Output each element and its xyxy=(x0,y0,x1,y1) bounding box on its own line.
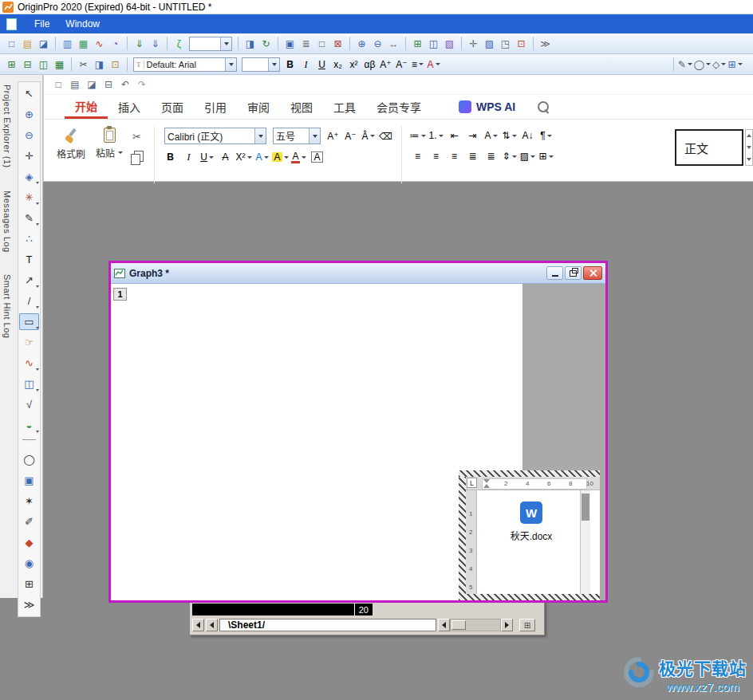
rescale-icon[interactable]: ↔ xyxy=(386,36,401,51)
combo-arrow-icon[interactable] xyxy=(220,37,231,50)
insert-equation-icon[interactable]: √ xyxy=(19,396,39,413)
new-matrix-icon[interactable]: ▦ xyxy=(76,36,91,51)
clear-format-icon[interactable]: ⌫ xyxy=(377,128,394,144)
note-tool-icon[interactable]: ▣ xyxy=(19,472,39,489)
wps-new-icon[interactable]: □ xyxy=(51,77,65,92)
duplicate-window-icon[interactable]: ◨ xyxy=(242,36,258,51)
grid-view-button[interactable]: ⊞ xyxy=(519,619,535,631)
font-color-icon[interactable]: A xyxy=(426,57,441,72)
align-icon[interactable]: ≡ xyxy=(410,57,425,72)
close-button[interactable] xyxy=(583,266,602,280)
insert-graph-icon[interactable]: ∿ xyxy=(19,355,39,372)
code-builder-icon[interactable]: ⊠ xyxy=(330,36,345,51)
underline-icon[interactable]: U xyxy=(314,57,329,72)
strikethrough-icon[interactable]: A xyxy=(217,149,234,165)
wps-save-icon[interactable]: ◪ xyxy=(85,77,99,92)
pan-tool-icon[interactable]: ✛ xyxy=(19,147,39,164)
region-of-interest-icon[interactable]: ⊡ xyxy=(514,36,529,51)
menu-file[interactable]: File xyxy=(34,18,49,29)
theme-icon[interactable]: ⊞ xyxy=(727,57,743,72)
page-number-tab[interactable]: 1 xyxy=(113,288,127,301)
stamp-tool-icon[interactable]: ◉ xyxy=(19,555,39,572)
search-icon[interactable] xyxy=(538,101,549,112)
new-project-icon[interactable]: □ xyxy=(4,36,19,51)
selected-cells[interactable]: 20 xyxy=(192,604,373,615)
dock-tab-project-explorer-1[interactable]: Project Explorer (1) xyxy=(2,85,12,168)
reader-tool-icon[interactable]: ◈ xyxy=(19,168,39,185)
zoom-out-tool-icon[interactable]: ⊖ xyxy=(19,127,39,144)
dock-tab-messages-log[interactable]: Messages Log xyxy=(2,191,12,253)
insert-rows-icon[interactable]: ⊞ xyxy=(4,57,19,72)
import-wizard-icon[interactable]: ⇓ xyxy=(148,36,163,51)
extract-graph-icon[interactable]: ▧ xyxy=(442,36,457,51)
cut-icon[interactable]: ✂ xyxy=(76,57,91,72)
document-scrollbar[interactable] xyxy=(580,490,590,594)
properties-icon[interactable]: ▦ xyxy=(52,57,67,72)
refresh-icon[interactable]: ↻ xyxy=(258,36,274,51)
scroll-left-button[interactable] xyxy=(438,619,450,631)
merge-cells-icon[interactable]: ◫ xyxy=(36,57,51,72)
wps-font-size-combo[interactable]: 五号 xyxy=(273,128,321,144)
copy-icon[interactable] xyxy=(134,151,144,162)
align-left-icon[interactable]: ≡ xyxy=(409,148,426,164)
zoom-in-icon[interactable]: ⊕ xyxy=(354,36,369,51)
gallery-more-icon[interactable] xyxy=(747,158,751,161)
expand-toolbar-icon[interactable]: ≫ xyxy=(19,596,39,613)
text-tool-icon[interactable]: T xyxy=(19,251,39,268)
first-line-indent-marker[interactable] xyxy=(483,479,490,483)
scrollbar-thumb[interactable] xyxy=(582,494,589,521)
hand-tool-icon[interactable]: ☞ xyxy=(19,334,39,351)
indent-icon[interactable]: ⇥ xyxy=(464,128,481,144)
draw-tool-icon[interactable]: ✎ xyxy=(19,210,39,226)
new-graph-icon[interactable]: ∿ xyxy=(92,36,107,51)
phonetic-guide-icon[interactable]: Â xyxy=(360,128,376,144)
line-tool-icon[interactable]: / xyxy=(19,293,39,309)
delete-rows-icon[interactable]: ⊟ xyxy=(20,57,35,72)
text-effects-icon[interactable]: A xyxy=(254,149,270,165)
new-function-plot-icon[interactable]: ◔ xyxy=(108,36,123,51)
style-gallery-scrollbar[interactable] xyxy=(745,129,753,166)
line-spacing-icon[interactable]: ⇕ xyxy=(501,148,518,164)
wps-open-icon[interactable]: ▤ xyxy=(68,77,82,92)
scroll-up-icon[interactable] xyxy=(747,134,751,137)
wps-superscript-icon[interactable]: X² xyxy=(235,149,252,165)
import-ascii-icon[interactable]: ⇓ xyxy=(132,36,147,51)
minimize-button[interactable] xyxy=(546,266,563,280)
sheet-horizontal-scrollbar[interactable] xyxy=(438,619,513,631)
wps-underline-icon[interactable]: U xyxy=(199,149,215,165)
sheet-tab[interactable]: \Sheet1/ xyxy=(219,619,436,631)
sheet-nav-first-button[interactable] xyxy=(192,619,204,631)
wps-tab-4[interactable]: 审阅 xyxy=(237,95,280,119)
paste-button[interactable]: 粘贴 xyxy=(90,124,128,159)
bold-icon[interactable]: B xyxy=(282,57,298,72)
zoom-in-tool-icon[interactable]: ⊕ xyxy=(19,106,39,123)
char-border-icon[interactable]: A xyxy=(309,149,325,165)
project-explorer-icon[interactable]: ▣ xyxy=(282,36,298,51)
add-layer-icon[interactable]: ⊞ xyxy=(410,36,425,51)
horizontal-ruler[interactable]: L 246810 xyxy=(466,477,600,490)
scroll-right-button[interactable] xyxy=(501,619,513,631)
greek-icon[interactable]: αβ xyxy=(362,57,377,72)
distribute-icon[interactable]: ≣ xyxy=(483,148,499,164)
restore-button[interactable] xyxy=(565,266,582,280)
wps-tab-5[interactable]: 视图 xyxy=(280,95,323,119)
run-script-icon[interactable]: ζ xyxy=(171,36,187,51)
format-painter-button[interactable]: 格式刷 xyxy=(52,124,90,160)
sheet-nav-prev-button[interactable] xyxy=(206,619,218,631)
wps-undo-icon[interactable]: ↶ xyxy=(118,77,132,92)
pointer-tool-icon[interactable]: ↖ xyxy=(19,85,39,102)
graph-window-titlebar[interactable]: Graph3 * xyxy=(111,263,605,284)
shading-icon[interactable]: ▨ xyxy=(519,148,536,164)
show-marks-icon[interactable]: ¶ xyxy=(538,128,554,144)
draw-data-icon[interactable]: ◳ xyxy=(498,36,513,51)
superscript-icon[interactable]: x² xyxy=(346,57,361,72)
sort-icon[interactable]: A↓ xyxy=(519,128,536,144)
number-list-icon[interactable]: 1. xyxy=(428,128,444,144)
wps-tab-7[interactable]: 会员专享 xyxy=(366,95,432,119)
paragraph-layout-icon[interactable]: ⇅ xyxy=(501,128,518,144)
circle-tool-icon[interactable]: ◯ xyxy=(19,451,39,468)
zoom-out-icon[interactable]: ⊖ xyxy=(370,36,385,51)
combo-arrow-icon[interactable] xyxy=(268,58,279,71)
wps-font-combo[interactable]: Calibri (正文) xyxy=(164,128,266,144)
save-project-icon[interactable]: ◪ xyxy=(36,36,51,51)
